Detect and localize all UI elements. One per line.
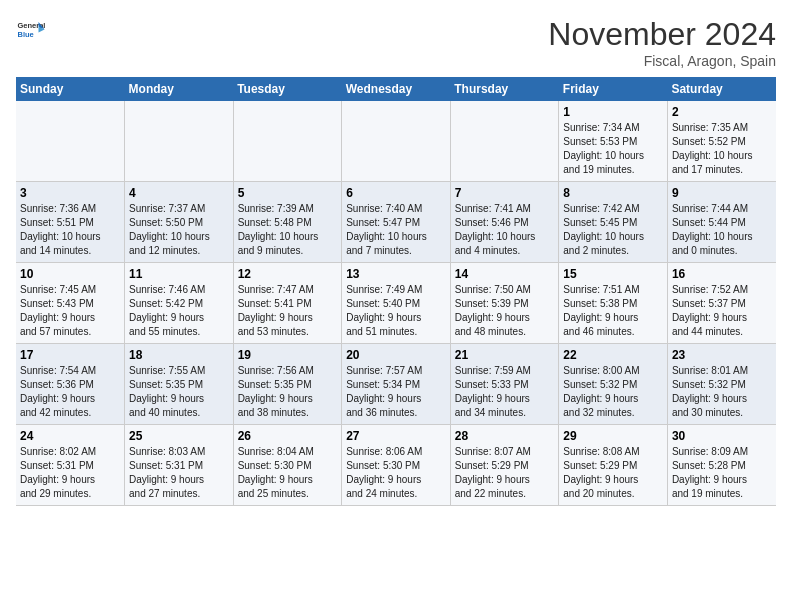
calendar-cell: 9Sunrise: 7:44 AM Sunset: 5:44 PM Daylig… (667, 182, 776, 263)
calendar-cell: 24Sunrise: 8:02 AM Sunset: 5:31 PM Dayli… (16, 425, 125, 506)
day-info: Sunrise: 7:47 AM Sunset: 5:41 PM Dayligh… (238, 283, 338, 339)
weekday-header: Tuesday (233, 77, 342, 101)
day-info: Sunrise: 8:07 AM Sunset: 5:29 PM Dayligh… (455, 445, 555, 501)
day-number: 10 (20, 267, 120, 281)
day-info: Sunrise: 7:44 AM Sunset: 5:44 PM Dayligh… (672, 202, 772, 258)
day-number: 14 (455, 267, 555, 281)
calendar-cell (342, 101, 451, 182)
calendar-cell: 8Sunrise: 7:42 AM Sunset: 5:45 PM Daylig… (559, 182, 668, 263)
day-number: 26 (238, 429, 338, 443)
day-info: Sunrise: 7:45 AM Sunset: 5:43 PM Dayligh… (20, 283, 120, 339)
day-number: 7 (455, 186, 555, 200)
day-number: 12 (238, 267, 338, 281)
weekday-header: Monday (125, 77, 234, 101)
calendar-cell: 23Sunrise: 8:01 AM Sunset: 5:32 PM Dayli… (667, 344, 776, 425)
calendar-cell (233, 101, 342, 182)
weekday-header: Sunday (16, 77, 125, 101)
calendar-week-row: 3Sunrise: 7:36 AM Sunset: 5:51 PM Daylig… (16, 182, 776, 263)
calendar-cell: 6Sunrise: 7:40 AM Sunset: 5:47 PM Daylig… (342, 182, 451, 263)
day-info: Sunrise: 7:56 AM Sunset: 5:35 PM Dayligh… (238, 364, 338, 420)
calendar-cell (450, 101, 559, 182)
day-number: 19 (238, 348, 338, 362)
day-info: Sunrise: 8:09 AM Sunset: 5:28 PM Dayligh… (672, 445, 772, 501)
day-number: 24 (20, 429, 120, 443)
day-info: Sunrise: 7:35 AM Sunset: 5:52 PM Dayligh… (672, 121, 772, 177)
day-info: Sunrise: 7:51 AM Sunset: 5:38 PM Dayligh… (563, 283, 663, 339)
day-info: Sunrise: 8:01 AM Sunset: 5:32 PM Dayligh… (672, 364, 772, 420)
calendar-cell: 30Sunrise: 8:09 AM Sunset: 5:28 PM Dayli… (667, 425, 776, 506)
day-number: 18 (129, 348, 229, 362)
calendar-cell (125, 101, 234, 182)
day-info: Sunrise: 7:42 AM Sunset: 5:45 PM Dayligh… (563, 202, 663, 258)
page-header: General Blue November 2024 Fiscal, Arago… (16, 16, 776, 69)
day-info: Sunrise: 7:37 AM Sunset: 5:50 PM Dayligh… (129, 202, 229, 258)
weekday-header: Thursday (450, 77, 559, 101)
logo: General Blue (16, 16, 46, 46)
day-info: Sunrise: 7:50 AM Sunset: 5:39 PM Dayligh… (455, 283, 555, 339)
day-info: Sunrise: 7:55 AM Sunset: 5:35 PM Dayligh… (129, 364, 229, 420)
day-info: Sunrise: 8:03 AM Sunset: 5:31 PM Dayligh… (129, 445, 229, 501)
calendar-week-row: 17Sunrise: 7:54 AM Sunset: 5:36 PM Dayli… (16, 344, 776, 425)
day-number: 29 (563, 429, 663, 443)
day-info: Sunrise: 8:08 AM Sunset: 5:29 PM Dayligh… (563, 445, 663, 501)
calendar-table: SundayMondayTuesdayWednesdayThursdayFrid… (16, 77, 776, 506)
day-info: Sunrise: 7:46 AM Sunset: 5:42 PM Dayligh… (129, 283, 229, 339)
weekday-header: Friday (559, 77, 668, 101)
day-number: 20 (346, 348, 446, 362)
calendar-cell: 22Sunrise: 8:00 AM Sunset: 5:32 PM Dayli… (559, 344, 668, 425)
calendar-cell: 26Sunrise: 8:04 AM Sunset: 5:30 PM Dayli… (233, 425, 342, 506)
calendar-cell: 13Sunrise: 7:49 AM Sunset: 5:40 PM Dayli… (342, 263, 451, 344)
day-number: 28 (455, 429, 555, 443)
day-info: Sunrise: 7:54 AM Sunset: 5:36 PM Dayligh… (20, 364, 120, 420)
calendar-cell: 21Sunrise: 7:59 AM Sunset: 5:33 PM Dayli… (450, 344, 559, 425)
calendar-cell: 27Sunrise: 8:06 AM Sunset: 5:30 PM Dayli… (342, 425, 451, 506)
day-number: 13 (346, 267, 446, 281)
calendar-cell: 17Sunrise: 7:54 AM Sunset: 5:36 PM Dayli… (16, 344, 125, 425)
day-info: Sunrise: 7:36 AM Sunset: 5:51 PM Dayligh… (20, 202, 120, 258)
calendar-cell: 20Sunrise: 7:57 AM Sunset: 5:34 PM Dayli… (342, 344, 451, 425)
day-number: 21 (455, 348, 555, 362)
weekday-header: Saturday (667, 77, 776, 101)
calendar-cell: 28Sunrise: 8:07 AM Sunset: 5:29 PM Dayli… (450, 425, 559, 506)
day-info: Sunrise: 7:57 AM Sunset: 5:34 PM Dayligh… (346, 364, 446, 420)
day-number: 11 (129, 267, 229, 281)
day-number: 9 (672, 186, 772, 200)
calendar-cell: 19Sunrise: 7:56 AM Sunset: 5:35 PM Dayli… (233, 344, 342, 425)
calendar-cell: 5Sunrise: 7:39 AM Sunset: 5:48 PM Daylig… (233, 182, 342, 263)
day-number: 22 (563, 348, 663, 362)
day-info: Sunrise: 7:52 AM Sunset: 5:37 PM Dayligh… (672, 283, 772, 339)
day-info: Sunrise: 7:34 AM Sunset: 5:53 PM Dayligh… (563, 121, 663, 177)
day-info: Sunrise: 7:39 AM Sunset: 5:48 PM Dayligh… (238, 202, 338, 258)
calendar-cell: 16Sunrise: 7:52 AM Sunset: 5:37 PM Dayli… (667, 263, 776, 344)
title-block: November 2024 Fiscal, Aragon, Spain (548, 16, 776, 69)
day-info: Sunrise: 8:02 AM Sunset: 5:31 PM Dayligh… (20, 445, 120, 501)
calendar-cell: 15Sunrise: 7:51 AM Sunset: 5:38 PM Dayli… (559, 263, 668, 344)
day-number: 6 (346, 186, 446, 200)
day-number: 4 (129, 186, 229, 200)
location-subtitle: Fiscal, Aragon, Spain (548, 53, 776, 69)
day-info: Sunrise: 7:49 AM Sunset: 5:40 PM Dayligh… (346, 283, 446, 339)
day-number: 2 (672, 105, 772, 119)
calendar-cell: 12Sunrise: 7:47 AM Sunset: 5:41 PM Dayli… (233, 263, 342, 344)
day-number: 25 (129, 429, 229, 443)
calendar-week-row: 10Sunrise: 7:45 AM Sunset: 5:43 PM Dayli… (16, 263, 776, 344)
logo-icon: General Blue (16, 16, 46, 46)
day-number: 1 (563, 105, 663, 119)
weekday-header: Wednesday (342, 77, 451, 101)
calendar-cell: 18Sunrise: 7:55 AM Sunset: 5:35 PM Dayli… (125, 344, 234, 425)
day-info: Sunrise: 7:59 AM Sunset: 5:33 PM Dayligh… (455, 364, 555, 420)
month-title: November 2024 (548, 16, 776, 53)
calendar-cell: 10Sunrise: 7:45 AM Sunset: 5:43 PM Dayli… (16, 263, 125, 344)
day-number: 16 (672, 267, 772, 281)
calendar-cell: 4Sunrise: 7:37 AM Sunset: 5:50 PM Daylig… (125, 182, 234, 263)
calendar-cell (16, 101, 125, 182)
day-number: 5 (238, 186, 338, 200)
calendar-cell: 1Sunrise: 7:34 AM Sunset: 5:53 PM Daylig… (559, 101, 668, 182)
day-info: Sunrise: 8:00 AM Sunset: 5:32 PM Dayligh… (563, 364, 663, 420)
calendar-cell: 29Sunrise: 8:08 AM Sunset: 5:29 PM Dayli… (559, 425, 668, 506)
calendar-cell: 14Sunrise: 7:50 AM Sunset: 5:39 PM Dayli… (450, 263, 559, 344)
calendar-cell: 2Sunrise: 7:35 AM Sunset: 5:52 PM Daylig… (667, 101, 776, 182)
day-info: Sunrise: 7:40 AM Sunset: 5:47 PM Dayligh… (346, 202, 446, 258)
day-number: 17 (20, 348, 120, 362)
calendar-week-row: 1Sunrise: 7:34 AM Sunset: 5:53 PM Daylig… (16, 101, 776, 182)
